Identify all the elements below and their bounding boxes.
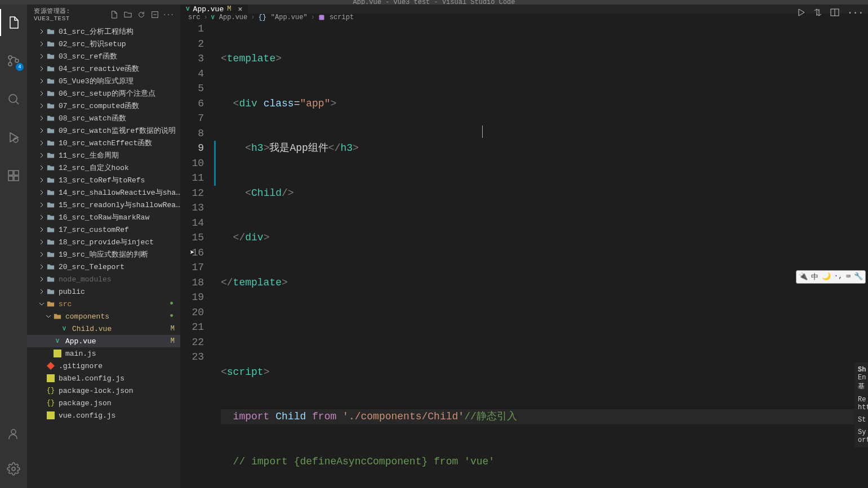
folder-item[interactable]: 02_src_初识setup <box>27 38 180 50</box>
chevron-right-icon[interactable] <box>37 78 46 84</box>
chevron-right-icon[interactable] <box>37 140 46 146</box>
file-item[interactable]: {}package-lock.json <box>27 384 180 397</box>
ime-tool-icon[interactable]: 🔧 <box>854 272 863 282</box>
folder-item[interactable]: 14_src_shallowReactive与shallowRef <box>27 186 180 199</box>
chevron-right-icon[interactable] <box>37 251 46 258</box>
folder-item[interactable]: 01_src_分析工程结构 <box>27 25 180 38</box>
folder-item[interactable]: 04_src_reactive函数 <box>27 62 180 75</box>
item-label: 03_src_ref函数 <box>59 51 180 61</box>
item-label: 02_src_初识setup <box>59 39 180 49</box>
file-item[interactable]: VChild.vueM <box>27 323 180 335</box>
folder-item[interactable]: 03_src_ref函数 <box>27 50 180 62</box>
new-file-icon[interactable] <box>109 10 119 20</box>
more-icon[interactable]: ··· <box>847 8 863 18</box>
compare-icon[interactable] <box>813 8 822 18</box>
folder-item[interactable]: node_modules <box>27 273 180 285</box>
chevron-right-icon[interactable] <box>37 53 46 60</box>
file-item[interactable]: main.js <box>27 347 180 360</box>
scm-icon[interactable]: 4 <box>0 47 27 74</box>
new-folder-icon[interactable] <box>123 10 133 20</box>
chevron-right-icon[interactable] <box>37 239 46 245</box>
bc-script[interactable]: script <box>318 14 354 21</box>
bc-file[interactable]: VApp.vue <box>211 14 247 21</box>
folder-item[interactable]: 09_src_watch监视ref数据的说明 <box>27 124 180 137</box>
js-icon <box>46 411 55 420</box>
chevron-right-icon[interactable] <box>37 41 46 47</box>
folder-item[interactable]: src• <box>27 298 180 310</box>
chevron-right-icon[interactable] <box>37 263 46 270</box>
bc-src[interactable]: src <box>188 14 201 21</box>
folder-item[interactable]: components• <box>27 310 180 323</box>
search-icon[interactable] <box>0 86 27 113</box>
chevron-right-icon[interactable] <box>37 288 46 295</box>
chevron-right-icon[interactable] <box>37 115 46 122</box>
js-icon <box>53 349 62 358</box>
folder-item[interactable]: 10_src_watchEffect函数 <box>27 137 180 149</box>
file-item[interactable]: VApp.vueM <box>27 335 180 347</box>
code-content[interactable]: <template> <div class="app"> <h3>我是App组件… <box>214 21 868 488</box>
chevron-right-icon[interactable] <box>37 276 46 283</box>
extensions-icon[interactable] <box>0 162 27 189</box>
chevron-right-icon[interactable] <box>37 28 46 35</box>
folder-item[interactable]: 06_src_setup的两个注意点 <box>27 87 180 100</box>
modified-badge: M <box>171 337 175 345</box>
folder-item[interactable]: 18_src_provide与inject <box>27 236 180 248</box>
item-label: .gitignore <box>59 362 180 370</box>
bc-section[interactable]: {}"App.vue" <box>258 14 307 21</box>
code-editor[interactable]: 1234567891011121314151617181920212223 <t… <box>180 21 868 488</box>
folder-item[interactable]: 05_Vue3的响应式原理 <box>27 75 180 87</box>
folder-item[interactable]: 15_src_readonly与shallowReadonly <box>27 199 180 211</box>
close-icon[interactable]: ✕ <box>238 5 242 14</box>
explorer-icon[interactable] <box>0 9 27 36</box>
accounts-icon[interactable] <box>0 420 27 447</box>
folder-icon <box>46 138 55 147</box>
chevron-right-icon: › <box>251 14 255 21</box>
folder-item[interactable]: 17_src_customRef <box>27 223 180 236</box>
folder-icon <box>46 27 55 36</box>
ime-lang[interactable]: 中 <box>811 272 818 282</box>
refresh-icon[interactable] <box>136 10 146 20</box>
ime-keyboard-icon[interactable]: ⌨ <box>846 272 851 282</box>
file-item[interactable]: .gitignore <box>27 360 180 372</box>
split-icon[interactable] <box>830 8 839 18</box>
chevron-right-icon[interactable] <box>37 226 46 233</box>
sidebar: 资源管理器: VUE3_TEST ··· 01_src_分析工程结构02_src… <box>27 5 180 488</box>
item-label: 05_Vue3的响应式原理 <box>59 76 180 86</box>
chevron-right-icon[interactable] <box>37 102 46 109</box>
tab-app-vue[interactable]: V App.vue M ✕ <box>180 5 248 14</box>
file-item[interactable]: babel.config.js <box>27 372 180 384</box>
ime-toolbar[interactable]: 🔌 中 🌙 ·, ⌨ 🔧 <box>796 270 866 284</box>
folder-item[interactable]: 19_src_响应式数据的判断 <box>27 248 180 261</box>
folder-item[interactable]: 20_src_Teleport <box>27 261 180 273</box>
chevron-right-icon[interactable] <box>37 65 46 72</box>
collapse-icon[interactable] <box>150 10 160 20</box>
folder-item[interactable]: 08_src_watch函数 <box>27 112 180 124</box>
more-icon[interactable]: ··· <box>163 10 173 20</box>
chevron-right-icon[interactable] <box>37 177 46 183</box>
run-icon[interactable] <box>0 124 27 151</box>
ime-icon[interactable]: 🔌 <box>799 272 808 282</box>
item-label: node_modules <box>59 275 180 284</box>
folder-item[interactable]: public <box>27 285 180 298</box>
ime-punct[interactable]: ·, <box>834 272 843 282</box>
file-item[interactable]: {}package.json <box>27 397 180 409</box>
chevron-right-icon[interactable] <box>37 164 46 171</box>
run-play-icon[interactable] <box>796 8 805 18</box>
breadcrumbs[interactable]: src › VApp.vue › {}"App.vue" › script <box>180 14 868 21</box>
chevron-right-icon[interactable] <box>37 90 46 97</box>
chevron-right-icon[interactable] <box>37 202 46 208</box>
ime-moon-icon[interactable]: 🌙 <box>822 272 831 282</box>
settings-icon[interactable] <box>0 455 27 482</box>
chevron-down-icon[interactable] <box>37 301 46 307</box>
folder-item[interactable]: 12_src_自定义hook <box>27 162 180 174</box>
chevron-right-icon[interactable] <box>37 189 46 196</box>
chevron-right-icon[interactable] <box>37 214 46 221</box>
folder-item[interactable]: 11_src_生命周期 <box>27 149 180 162</box>
folder-item[interactable]: 16_src_toRaw与markRaw <box>27 211 180 223</box>
folder-item[interactable]: 13_src_toRef与toRefs <box>27 174 180 186</box>
file-item[interactable]: vue.config.js <box>27 409 180 422</box>
chevron-down-icon[interactable] <box>44 313 53 320</box>
chevron-right-icon[interactable] <box>37 127 46 134</box>
chevron-right-icon[interactable] <box>37 152 46 159</box>
folder-item[interactable]: 07_src_computed函数 <box>27 100 180 112</box>
